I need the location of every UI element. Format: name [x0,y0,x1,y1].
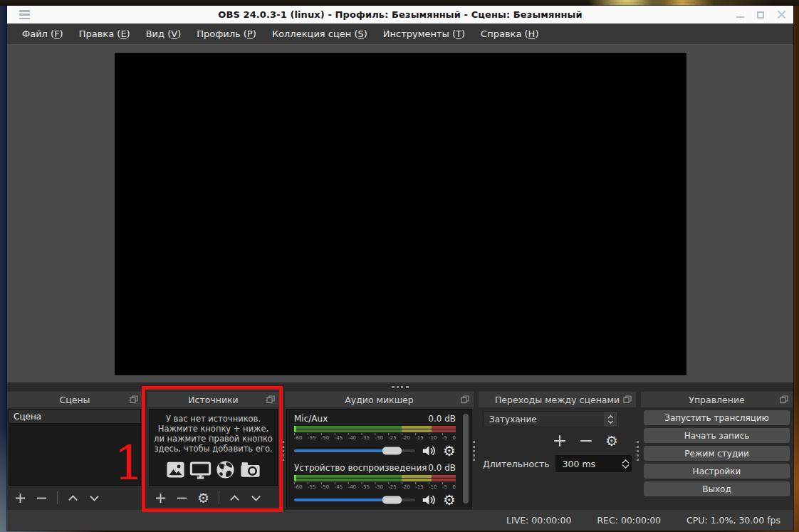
volume-meter [294,426,456,432]
close-icon [777,10,786,19]
add-transition-button[interactable] [553,434,567,448]
title-bar: OBS 24.0.3-1 (linux) - Профиль: Безымянн… [7,6,793,24]
menu-item[interactable]: Файл (F) [16,26,70,42]
remove-source-button[interactable] [176,492,188,504]
controls-dock-title: Управление [689,395,744,405]
sources-empty-text: У вас нет источников.Нажмите кнопку + ни… [154,414,273,454]
menu-bar: Файл (F)Правка (E)Вид (V)Профиль (P)Колл… [7,24,793,44]
controls-dock: Управление Запустить трансляциюНачать за… [641,392,793,510]
remove-scene-button[interactable] [36,492,48,504]
add-scene-button[interactable] [14,492,26,504]
toolbar-separator [57,491,58,504]
dock-resize-handle[interactable] [473,441,475,461]
dock-float-icon[interactable] [623,395,632,404]
maximize-button[interactable] [756,10,766,20]
status-bar: LIVE: 00:00:00 REC: 00:00:00 CPU: 1.0%, … [7,510,793,531]
add-source-button[interactable] [155,492,167,504]
transitions-dock-titlebar: Переходы между сценами [479,392,636,407]
scenes-dock: Сцены Сцена [7,392,142,510]
window-controls [735,6,786,24]
control-button[interactable]: Режим студии [644,446,790,461]
volume-slider-handle[interactable] [382,496,402,504]
control-button[interactable]: Настройки [644,464,790,479]
rec-time: REC: 00:00:00 [597,515,661,526]
source-move-down-button[interactable] [250,492,262,504]
display-icon [189,459,212,480]
sources-dock-title: Источники [188,395,239,405]
sources-empty-state[interactable]: У вас нет источников.Нажмите кнопку + ни… [149,409,278,486]
speaker-icon[interactable] [422,444,437,458]
scene-list[interactable]: Сцена [9,409,141,486]
menu-item[interactable]: Справка (H) [474,26,545,42]
channel-level-db: 0.0 dB [428,463,456,473]
scene-list-item[interactable]: Сцена [9,410,140,424]
volume-slider-handle[interactable] [382,447,402,455]
transitions-dock: Переходы между сценами Затухание [479,392,636,510]
duration-label: Длительность [483,459,550,469]
source-properties-gear-icon[interactable]: ⚙ [197,491,209,505]
scene-move-up-button[interactable] [67,492,79,504]
channel-settings-gear-icon[interactable]: ⚙ [443,493,456,507]
transitions-body: Затухание ⚙ Длительность [479,407,636,476]
controls-buttons: Запустить трансляциюНачать записьРежим с… [641,407,793,499]
speaker-icon[interactable] [422,493,437,507]
window-title: OBS 24.0.3-1 (linux) - Профиль: Безымянн… [218,9,582,20]
volume-meter [294,475,456,481]
dock-float-icon[interactable] [266,395,275,404]
dock-splitter[interactable] [7,382,793,392]
sources-dock: Источники У вас нет источников.Нажмите к… [147,392,279,510]
scenes-toolbar [7,486,142,510]
combo-spinner-icon [604,412,617,427]
control-button[interactable]: Запустить трансляцию [644,410,790,425]
mixer-body: Mic/Aux 0.0 dB -60-55-50-45-40-35-30-25-… [286,409,472,508]
splitter-handle-icon [392,386,409,388]
duration-spinbox[interactable]: 300 ms [555,455,632,472]
mixer-dock-titlebar: Аудио микшер [285,392,474,407]
source-move-up-button[interactable] [229,492,241,504]
menu-item[interactable]: Вид (V) [140,26,188,42]
minimize-button[interactable] [735,10,745,20]
menu-item[interactable]: Правка (E) [73,26,137,42]
close-button[interactable] [776,10,786,20]
mixer-channel: Устройство воспроизведения 0.0 dB -60-55… [294,463,456,507]
controls-dock-titlebar: Управление [641,392,793,407]
sources-dock-titlebar: Источники [147,392,279,407]
remove-transition-button[interactable] [579,434,593,448]
channel-name: Mic/Aux [294,414,328,424]
channel-level-db: 0.0 dB [428,414,456,424]
control-button[interactable]: Начать запись [644,428,790,443]
dock-row: Сцены Сцена Ис [7,392,793,510]
scenes-dock-title: Сцены [60,395,90,405]
volume-slider[interactable] [294,449,415,452]
dock-float-icon[interactable] [780,395,788,404]
menu-item[interactable]: Коллекция сцен (S) [266,26,374,42]
menu-item[interactable]: Инструменты (T) [377,26,471,42]
channel-settings-gear-icon[interactable]: ⚙ [443,444,456,458]
mixer-channel: Mic/Aux 0.0 dB -60-55-50-45-40-35-30-25-… [294,414,456,458]
video-preview-canvas[interactable] [115,53,686,375]
desktop-background: OBS 24.0.3-1 (linux) - Профиль: Безымянн… [0,0,799,532]
hamburger-menu-icon[interactable] [19,10,30,19]
dock-resize-handle[interactable] [637,441,639,461]
duration-value: 300 ms [555,459,619,469]
scene-move-down-button[interactable] [88,492,100,504]
transition-properties-gear-icon[interactable]: ⚙ [605,434,618,448]
globe-icon [215,459,236,480]
toolbar-separator [219,491,219,504]
transition-select[interactable]: Затухание [483,411,618,427]
channel-name: Устройство воспроизведения [294,463,427,473]
control-button[interactable]: Выход [644,481,790,496]
preview-area [7,44,793,382]
dock-resize-handle[interactable] [282,441,284,461]
dock-float-icon[interactable] [130,395,138,404]
menu-item[interactable]: Профиль (P) [190,26,263,42]
volume-slider[interactable] [294,499,415,501]
transitions-dock-title: Переходы между сценами [495,395,620,405]
source-type-icons [165,459,261,480]
dock-float-icon[interactable] [461,395,469,404]
cpu-fps: CPU: 1.0%, 30.00 fps [686,515,780,526]
mixer-scrollbar[interactable] [463,414,469,504]
spinbox-arrows-icon[interactable] [619,455,632,472]
obs-window: OBS 24.0.3-1 (linux) - Профиль: Безымянн… [7,6,793,531]
sources-toolbar: ⚙ [147,486,279,510]
